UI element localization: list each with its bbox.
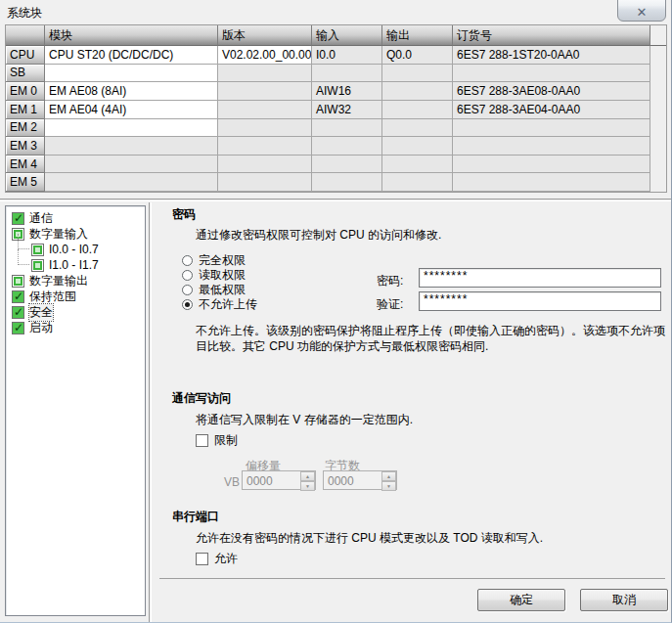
tree-item-startup[interactable]: 启动 <box>6 320 145 335</box>
row-header[interactable]: EM 5 <box>6 173 45 192</box>
cell-output <box>382 65 453 83</box>
column-header-version[interactable]: 版本 <box>218 25 312 46</box>
spin-up-icon[interactable] <box>300 471 315 481</box>
password-section-title: 密码 <box>172 206 196 223</box>
cell-order: 6ES7 288-3AE08-0AA0 <box>453 82 650 101</box>
spin-down-icon[interactable] <box>381 481 396 491</box>
spin-down-icon[interactable] <box>300 481 315 491</box>
column-header-output[interactable]: 输出 <box>382 25 453 46</box>
column-header-module[interactable]: 模块 <box>45 25 218 46</box>
cell-output <box>382 101 453 119</box>
column-header-input[interactable]: 输入 <box>312 25 382 46</box>
cell-output <box>382 173 453 192</box>
allow-checkbox[interactable]: 允许 <box>196 552 238 565</box>
cell-order <box>453 119 650 138</box>
cell-input: I0.0 <box>312 46 382 65</box>
footer-divider <box>159 578 665 579</box>
radio-read-permission[interactable]: 读取权限 <box>182 268 246 282</box>
table-row-em3: EM 3 <box>6 137 666 156</box>
cell-version[interactable]: V02.02.00_00.00... <box>218 46 312 65</box>
cell-module[interactable] <box>45 173 218 192</box>
password-label: 密码: <box>377 273 403 289</box>
cell-version <box>218 119 312 138</box>
comm-write-description: 将通信写入限制在 V 存储器的一定范围内. <box>196 412 413 428</box>
serial-description: 允许在没有密码的情况下进行 CPU 模式更改以及 TOD 读取和写入. <box>196 530 543 547</box>
cell-input: AIW16 <box>312 82 382 101</box>
table-row-em1: EM 1 EM AE04 (4AI) AIW32 6ES7 288-3AE04-… <box>6 101 666 119</box>
cell-output: Q0.0 <box>382 46 453 65</box>
column-header-order[interactable]: 订货号 <box>453 25 650 46</box>
spin-up-icon[interactable] <box>381 471 396 481</box>
tree-item-i10-i17[interactable]: I1.0 - I1.7 <box>6 257 145 273</box>
offset-spinner[interactable]: 0000 <box>242 470 316 490</box>
cell-version <box>218 65 312 83</box>
horizontal-splitter <box>0 199 672 201</box>
tree-item-digital-outputs[interactable]: 数字量输出 <box>6 273 145 289</box>
green-box-icon <box>12 275 24 288</box>
cell-output <box>382 137 453 156</box>
cell-order <box>453 137 650 156</box>
checkbox-icon <box>196 553 208 565</box>
vertical-splitter <box>149 202 152 622</box>
close-button[interactable]: ✕ <box>617 0 666 22</box>
tree-item-communication[interactable]: 通信 <box>6 210 145 226</box>
bytes-spinner[interactable]: 0000 <box>323 470 397 490</box>
radio-full-permission[interactable]: 完全权限 <box>182 253 246 267</box>
cell-version <box>218 101 312 119</box>
radio-disallow-upload[interactable]: 不允许上传 <box>182 297 257 311</box>
cell-input <box>312 156 382 174</box>
cell-input <box>312 65 382 83</box>
row-header[interactable]: EM 2 <box>6 119 45 138</box>
module-table: 模块 版本 输入 输出 订货号 CPU CPU ST20 (DC/DC/DC) … <box>5 24 667 193</box>
cell-module[interactable]: CPU ST20 (DC/DC/DC) <box>45 46 218 65</box>
close-icon: ✕ <box>637 5 648 20</box>
green-box-icon <box>31 244 44 256</box>
cell-module[interactable] <box>45 119 218 138</box>
tree-item-retentive-ranges[interactable]: 保持范围 <box>6 289 145 304</box>
cell-input <box>312 137 382 156</box>
row-header[interactable]: CPU <box>6 46 45 65</box>
checked-icon <box>12 306 24 319</box>
verify-input[interactable]: ******** <box>419 291 661 311</box>
table-row-em0: EM 0 EM AE08 (8AI) AIW16 6ES7 288-3AE08-… <box>6 82 666 101</box>
tree-item-security[interactable]: 安全 <box>6 304 145 320</box>
cell-output <box>382 82 453 101</box>
cell-output <box>382 119 453 138</box>
ok-button[interactable]: 确定 <box>477 589 565 611</box>
cell-module[interactable]: EM AE08 (8AI) <box>45 82 218 101</box>
tree-connector <box>18 249 29 265</box>
row-header[interactable]: EM 0 <box>6 82 45 101</box>
row-header[interactable]: EM 1 <box>6 101 45 119</box>
checked-icon <box>12 212 24 225</box>
cell-order <box>453 173 650 192</box>
cancel-button[interactable]: 取消 <box>580 589 668 611</box>
cell-module[interactable] <box>45 65 218 83</box>
table-row-sb: SB <box>6 65 666 83</box>
password-description: 通过修改密码权限可控制对 CPU 的访问和修改. <box>196 227 441 244</box>
vb-label: VB <box>224 475 240 489</box>
tree-connector <box>18 234 29 249</box>
checked-icon <box>12 290 24 303</box>
password-note: 不允许上传。该级别的密码保护将阻止程序上传（即使输入正确的密码）。该选项不允许项… <box>196 323 667 354</box>
cell-order: 6ES7 288-3AE04-0AA0 <box>453 101 650 119</box>
row-header[interactable]: EM 4 <box>6 156 45 174</box>
cell-order <box>453 156 650 174</box>
cell-version <box>218 82 312 101</box>
radio-selected-icon <box>182 299 193 310</box>
cell-module[interactable] <box>45 137 218 156</box>
password-input[interactable]: ******** <box>419 268 661 288</box>
cell-version <box>218 173 312 192</box>
cell-input: AIW32 <box>312 101 382 119</box>
radio-icon <box>182 255 193 266</box>
table-row-cpu: CPU CPU ST20 (DC/DC/DC) V02.02.00_00.00.… <box>6 46 666 65</box>
row-header[interactable]: SB <box>6 65 45 83</box>
cell-input <box>312 119 382 138</box>
row-header[interactable]: EM 3 <box>6 137 45 156</box>
cell-output <box>382 156 453 174</box>
cell-module[interactable] <box>45 156 218 174</box>
cell-module[interactable]: EM AE04 (4AI) <box>45 101 218 119</box>
checked-icon <box>12 322 24 334</box>
verify-label: 验证: <box>377 296 403 313</box>
radio-minimum-permission[interactable]: 最低权限 <box>182 283 246 296</box>
restrict-checkbox[interactable]: 限制 <box>196 433 238 447</box>
